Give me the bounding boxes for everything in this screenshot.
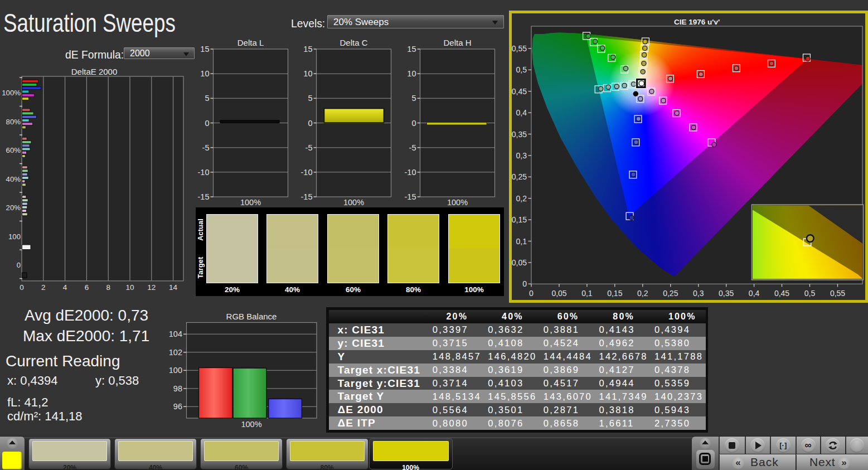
svg-text:100: 100 [169, 366, 182, 375]
svg-text:0,1: 0,1 [581, 289, 593, 298]
svg-text:0,45: 0,45 [774, 289, 789, 298]
svg-text:0,55: 0,55 [830, 289, 845, 298]
svg-text:-5: -5 [202, 143, 210, 152]
svg-text:100%: 100% [2, 89, 21, 97]
svg-text:-15: -15 [405, 192, 416, 201]
svg-text:8: 8 [106, 283, 110, 292]
svg-text:-15: -15 [198, 192, 210, 201]
svg-text:0,45: 0,45 [512, 87, 527, 96]
svg-text:15: 15 [303, 45, 312, 54]
svg-text:15: 15 [200, 45, 209, 54]
svg-text:100: 100 [8, 232, 21, 241]
svg-text:-10: -10 [301, 168, 313, 177]
svg-text:0,35: 0,35 [719, 289, 734, 298]
svg-text:0,15: 0,15 [607, 289, 622, 298]
svg-text:80%: 80% [6, 118, 21, 126]
svg-text:-10: -10 [198, 168, 210, 177]
svg-text:0,5: 0,5 [804, 289, 816, 298]
svg-text:0,05: 0,05 [512, 258, 527, 267]
svg-text:15: 15 [407, 45, 416, 54]
svg-text:-5: -5 [306, 143, 313, 152]
svg-text:Delta C: Delta C [340, 38, 367, 47]
svg-text:0: 0 [529, 289, 534, 298]
svg-text:0,4: 0,4 [516, 108, 527, 117]
svg-text:0,05: 0,05 [551, 289, 566, 298]
svg-text:CIE 1976 u'v': CIE 1976 u'v' [674, 18, 720, 26]
svg-text:0,4: 0,4 [749, 289, 760, 298]
svg-text:-15: -15 [301, 192, 313, 201]
svg-text:Delta L: Delta L [237, 38, 264, 47]
svg-text:0: 0 [308, 119, 312, 128]
svg-text:96: 96 [173, 402, 182, 411]
svg-text:0,15: 0,15 [512, 215, 527, 224]
svg-text:Delta H: Delta H [443, 38, 471, 47]
svg-text:4: 4 [63, 283, 67, 292]
svg-text:0,35: 0,35 [512, 130, 527, 139]
svg-text:40%: 40% [6, 175, 21, 183]
svg-text:100%: 100% [241, 420, 261, 429]
svg-text:0,25: 0,25 [663, 289, 678, 298]
svg-text:-10: -10 [405, 168, 416, 177]
svg-text:0: 0 [17, 261, 21, 269]
svg-text:0,1: 0,1 [516, 237, 527, 246]
svg-text:98: 98 [173, 384, 182, 393]
svg-text:0,2: 0,2 [516, 194, 527, 203]
svg-text:-5: -5 [409, 143, 416, 152]
svg-text:Actual: Actual [196, 219, 205, 241]
svg-text:14: 14 [169, 283, 178, 292]
svg-text:RGB Balance: RGB Balance [226, 312, 277, 321]
svg-text:10: 10 [125, 283, 134, 292]
svg-text:2: 2 [41, 283, 46, 292]
svg-text:12: 12 [147, 283, 156, 292]
svg-text:0: 0 [411, 119, 416, 128]
svg-text:0: 0 [20, 283, 24, 292]
svg-text:102: 102 [169, 348, 182, 357]
svg-text:0: 0 [205, 119, 209, 128]
svg-text:100%: 100% [447, 198, 468, 207]
svg-text:5: 5 [308, 94, 312, 103]
svg-text:Target: Target [196, 256, 205, 278]
svg-text:20%: 20% [6, 203, 21, 212]
svg-text:100%: 100% [343, 198, 364, 207]
svg-text:0,3: 0,3 [693, 289, 704, 298]
svg-text:0,25: 0,25 [512, 172, 527, 181]
svg-text:5: 5 [205, 94, 209, 103]
svg-text:0,2: 0,2 [637, 289, 648, 298]
svg-text:104: 104 [169, 330, 182, 338]
svg-text:100%: 100% [240, 198, 261, 207]
svg-text:10: 10 [303, 69, 312, 78]
svg-text:0,3: 0,3 [516, 151, 527, 160]
svg-text:0,5: 0,5 [516, 65, 527, 74]
svg-text:DeltaE 2000: DeltaE 2000 [71, 67, 118, 76]
svg-text:60%: 60% [6, 146, 21, 154]
svg-text:6: 6 [85, 283, 89, 292]
svg-text:10: 10 [407, 69, 416, 78]
svg-text:0,55: 0,55 [512, 44, 527, 53]
svg-text:5: 5 [411, 94, 416, 103]
svg-text:10: 10 [200, 69, 209, 78]
svg-text:0: 0 [522, 279, 527, 288]
